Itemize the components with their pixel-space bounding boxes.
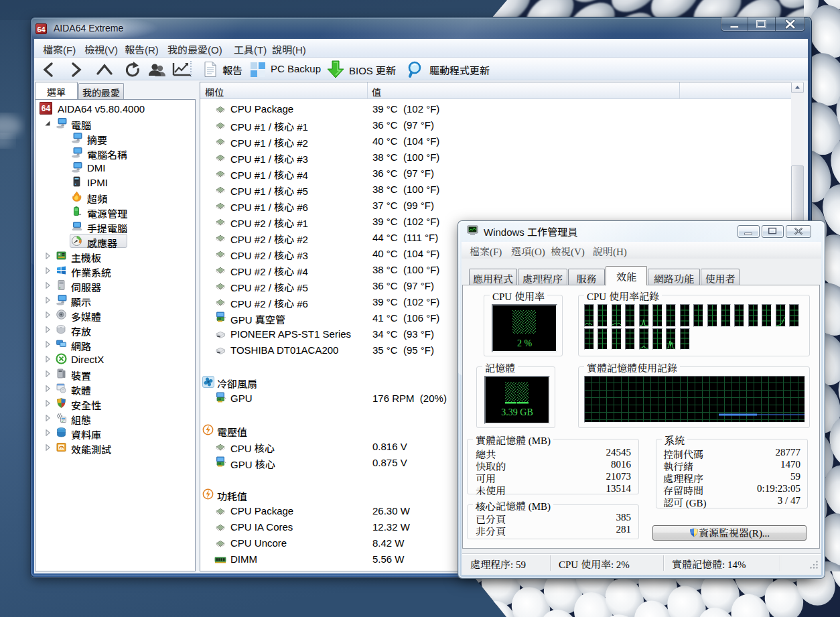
svg-text:2 %: 2 % — [517, 338, 533, 348]
svg-text:3.39 GB: 3.39 GB — [501, 407, 533, 417]
